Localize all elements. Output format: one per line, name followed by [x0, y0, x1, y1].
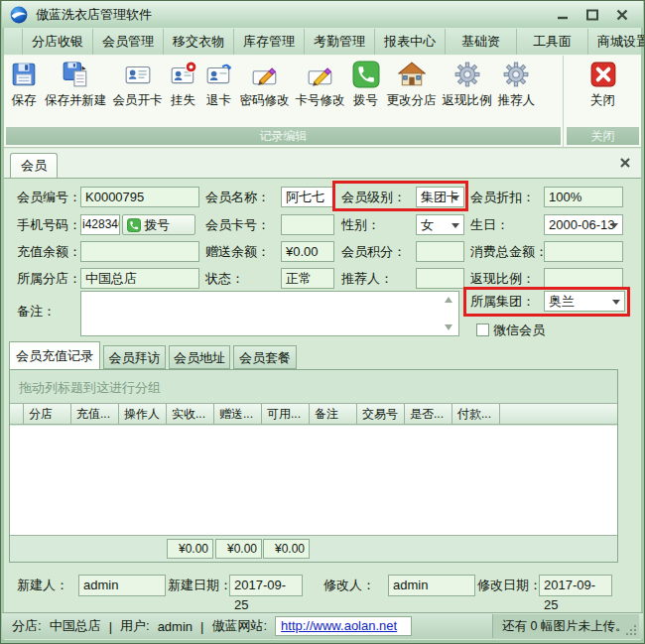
card-no-field[interactable]: [281, 214, 334, 235]
maximize-button[interactable]: [585, 9, 599, 21]
birthday-label: 生日：: [470, 214, 509, 235]
toolbar-caption-close: 关闭: [567, 127, 639, 145]
status-bar: 分店: 中国总店 | 用户: admin | 傲蓝网站: http://www.…: [2, 612, 643, 639]
close-form-button[interactable]: 关闭: [585, 58, 621, 111]
total-spend-field[interactable]: [544, 241, 623, 262]
referrer-button[interactable]: 推荐人: [495, 58, 539, 111]
points-label: 会员积分：: [341, 241, 406, 262]
mobile-field[interactable]: i428346: [80, 214, 120, 235]
menu-tab-mall-settings[interactable]: 商城设置: [588, 29, 645, 55]
column-header-gift[interactable]: 赠送...: [214, 404, 262, 424]
column-header-payment[interactable]: 付款...: [452, 404, 500, 424]
phone-icon: [127, 218, 141, 232]
subtab-member-package[interactable]: 会员套餐: [233, 345, 297, 369]
created-by-field[interactable]: admin: [78, 575, 166, 596]
member-name-field[interactable]: 阿七七: [281, 187, 334, 207]
grid-group-hint[interactable]: 拖动列标题到这进行分组: [19, 379, 161, 397]
password-edit-button[interactable]: 密码修改: [237, 58, 293, 111]
cashback-ratio-field-label: 返现比例：: [470, 268, 535, 289]
birthday-picker[interactable]: 2000-06-13: [544, 214, 623, 235]
upload-status-panel: 还有 0 幅图片未上传。: [492, 614, 639, 638]
chevron-down-icon[interactable]: [610, 223, 618, 228]
branch-field[interactable]: 中国总店: [80, 268, 199, 289]
modified-date-field[interactable]: 2017-09-25: [539, 575, 612, 596]
menu-tab-tools[interactable]: 工具面: [517, 29, 588, 55]
close-window-button[interactable]: [615, 9, 629, 21]
close-form-label: 关闭: [590, 92, 615, 109]
branch-label: 所属分店：: [17, 268, 81, 289]
dial-phone-button[interactable]: 拨号: [122, 214, 195, 235]
change-branch-icon: [397, 60, 427, 89]
return-card-button[interactable]: 退卡: [201, 58, 237, 111]
referrer-field[interactable]: [416, 268, 464, 289]
report-loss-button[interactable]: 挂失: [166, 58, 201, 111]
points-field[interactable]: [416, 241, 464, 262]
member-card-open-label: 会员开卡: [113, 92, 163, 109]
wechat-member-label: 微信会员: [493, 320, 545, 340]
menu-tab-clothes-transfer[interactable]: 移交衣物: [164, 29, 234, 55]
column-header-available[interactable]: 可用...: [262, 404, 310, 424]
subtab-member-visits[interactable]: 会员拜访: [103, 345, 166, 369]
member-card-icon: [123, 60, 153, 89]
change-branch-button[interactable]: 更改分店: [384, 58, 440, 111]
card-number-edit-icon: [306, 60, 335, 89]
website-link[interactable]: http://www.aolan.net: [281, 618, 397, 633]
modified-by-field[interactable]: admin: [388, 575, 475, 596]
status-field[interactable]: 正常: [281, 268, 334, 289]
referrer-label: 推荐人: [498, 92, 536, 109]
column-header-transaction-no[interactable]: 交易号: [357, 404, 405, 424]
statusbar-separator: |: [109, 619, 112, 634]
ribbon-tab-bar: 分店收银 会员管理 移交衣物 库存管理 考勤管理 报表中心 基础资 工具面 商城…: [4, 28, 641, 56]
menu-tab-member-management[interactable]: 会员管理: [93, 29, 164, 55]
gender-dropdown[interactable]: 女: [416, 214, 464, 235]
menu-tab-reports[interactable]: 报表中心: [375, 29, 446, 55]
toolbar: 保存 保存并新建 会员开卡: [4, 56, 641, 148]
column-header-branch[interactable]: 分店: [24, 404, 71, 424]
scroll-up-icon[interactable]: [445, 297, 452, 303]
created-date-field[interactable]: 2017-09-25: [229, 575, 303, 596]
close-tab-icon[interactable]: [619, 157, 631, 169]
save-and-new-button[interactable]: 保存并新建: [42, 58, 110, 111]
member-card-open-button[interactable]: 会员开卡: [110, 58, 166, 111]
resize-grip[interactable]: [634, 633, 636, 635]
highlight-box-member-level: [332, 181, 468, 211]
created-date-label: 新建日期：: [168, 575, 232, 596]
referrer-icon: [501, 60, 531, 89]
scroll-down-icon[interactable]: [445, 324, 452, 330]
save-button[interactable]: 保存: [6, 58, 42, 111]
title-bar: 傲蓝洗衣店管理软件: [2, 1, 643, 28]
footer-total-received: ¥0.00: [167, 539, 213, 559]
column-header-whether[interactable]: 是否...: [405, 404, 452, 424]
dial-button-toolbar[interactable]: 拨号: [348, 58, 384, 111]
gift-balance-field[interactable]: ¥0.00: [281, 241, 334, 262]
subtab-recharge-records[interactable]: 会员充值记录: [9, 341, 100, 369]
remark-textarea[interactable]: [80, 291, 459, 336]
subtab-member-address[interactable]: 会员地址: [169, 345, 230, 369]
cashback-ratio-button[interactable]: 返现比例: [440, 58, 495, 111]
menu-tab-branch-cashier[interactable]: 分店收银: [22, 29, 93, 55]
cashback-ratio-field[interactable]: [544, 268, 623, 289]
menu-tab-attendance[interactable]: 考勤管理: [305, 29, 375, 55]
chevron-down-icon[interactable]: [452, 223, 459, 228]
password-edit-label: 密码修改: [240, 92, 290, 109]
column-header-operator[interactable]: 操作人: [119, 404, 167, 424]
toolbar-caption-record-edit: 记录编辑: [6, 127, 561, 145]
recharge-balance-field[interactable]: [80, 241, 199, 262]
wechat-member-checkbox[interactable]: [476, 323, 489, 336]
column-header-remark[interactable]: 备注: [310, 404, 357, 424]
window-title: 傲蓝洗衣店管理软件: [36, 6, 152, 24]
column-header-recharge[interactable]: 充值...: [71, 404, 119, 424]
menu-tab-base-data[interactable]: 基础资: [446, 29, 517, 55]
card-number-edit-button[interactable]: 卡号修改: [293, 58, 348, 111]
tab-member[interactable]: 会员: [10, 153, 58, 178]
minimize-button[interactable]: [556, 9, 570, 21]
toolbar-group-close: 关闭 关闭: [565, 56, 641, 147]
member-no-field[interactable]: K0000795: [80, 187, 199, 207]
referrer-field-label: 推荐人：: [341, 268, 393, 289]
modified-date-label: 修改日期：: [477, 575, 542, 596]
column-header-received[interactable]: 实收...: [167, 404, 214, 424]
member-discount-field[interactable]: 100%: [544, 187, 623, 207]
save-icon: [9, 60, 39, 89]
grid-header-filler: [500, 404, 617, 424]
menu-tab-inventory[interactable]: 库存管理: [234, 29, 305, 55]
